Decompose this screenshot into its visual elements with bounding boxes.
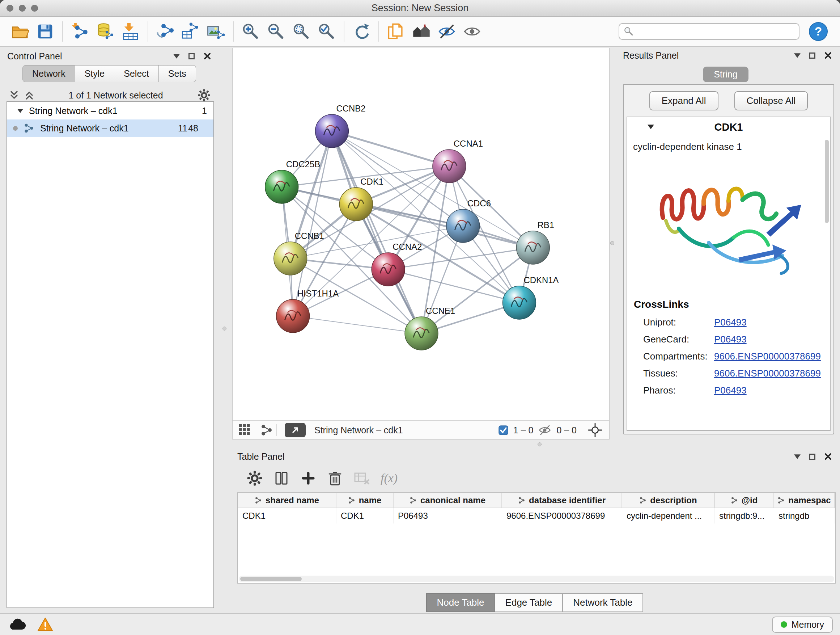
open-session-button[interactable] — [7, 19, 33, 44]
memory-button[interactable]: Memory — [772, 616, 833, 633]
results-panel-title: Results Panel — [618, 50, 679, 61]
crosslink-link[interactable]: 9606.ENSP00000378699 — [714, 368, 821, 379]
crosslink-link[interactable]: P06493 — [714, 334, 747, 345]
window-title: Session: New Session — [0, 3, 840, 14]
show-columns-icon[interactable] — [273, 470, 289, 486]
right-splitter-handle[interactable] — [610, 241, 614, 245]
collapse-all-tree-icon[interactable] — [9, 90, 19, 100]
float-panel-icon[interactable] — [809, 454, 815, 460]
table-horizontal-scrollbar — [239, 576, 834, 582]
new-network-table-button[interactable] — [178, 19, 203, 44]
cloud-icon[interactable] — [7, 617, 26, 632]
birdseye-view-button[interactable] — [285, 423, 306, 437]
network-node-CDC25B[interactable]: CDC25B — [265, 159, 320, 203]
network-row[interactable]: String Network – cdk1 11 48 — [7, 119, 213, 137]
network-node-CCNB1[interactable]: CCNB1 — [274, 231, 324, 275]
tab-network-table[interactable]: Network Table — [563, 593, 643, 612]
column-header-database-identifier[interactable]: database identifier — [502, 493, 622, 508]
tree-expand-icon[interactable] — [17, 109, 23, 113]
zoom-fit-button[interactable] — [289, 19, 314, 44]
close-panel-icon[interactable] — [824, 51, 832, 59]
copy-document-button[interactable] — [384, 19, 409, 44]
tab-style[interactable]: Style — [75, 65, 115, 82]
tab-node-table[interactable]: Node Table — [426, 593, 495, 612]
bottom-splitter-handle[interactable] — [538, 442, 542, 447]
close-panel-icon[interactable] — [824, 453, 832, 461]
tab-select[interactable]: Select — [114, 65, 158, 82]
crosslink-row: Pharos: P06493 — [627, 382, 830, 399]
warning-icon[interactable] — [37, 617, 54, 632]
crosslink-link[interactable]: P06493 — [714, 317, 747, 328]
network-view-icon[interactable] — [260, 424, 273, 437]
network-selection-summary: 1 of 1 Network selected — [34, 90, 197, 101]
collapse-all-button[interactable]: Collapse All — [734, 91, 808, 111]
selected-checkbox-icon[interactable] — [499, 425, 508, 435]
network-node-RB1[interactable]: RB1 — [516, 220, 554, 264]
network-node-CCNB2[interactable]: CCNB2 — [316, 103, 366, 148]
network-collection-row[interactable]: String Network – cdk1 1 — [7, 102, 213, 119]
node-label-CDKN1A: CDKN1A — [523, 275, 559, 285]
network-node-CCNA1[interactable]: CCNA1 — [433, 139, 483, 183]
column-header-canonical-name[interactable]: canonical name — [393, 493, 502, 508]
column-type-icon — [409, 497, 417, 504]
import-table-button[interactable] — [118, 19, 143, 44]
table-options-gear-icon[interactable] — [247, 470, 263, 486]
collapse-panel-icon[interactable] — [173, 54, 180, 59]
close-panel-icon[interactable] — [203, 52, 211, 60]
search-input[interactable] — [638, 27, 794, 36]
export-network-image-button[interactable] — [203, 19, 229, 44]
column-header-description[interactable]: description — [622, 493, 715, 508]
column-header-namespace[interactable]: namespac — [774, 493, 835, 508]
tab-sets[interactable]: Sets — [159, 65, 196, 82]
function-builder-label[interactable]: f(x) — [381, 471, 398, 485]
column-header-name[interactable]: name — [336, 493, 393, 508]
help-button[interactable]: ? — [809, 22, 828, 41]
scrollbar-thumb[interactable] — [240, 577, 302, 581]
collapse-panel-icon[interactable] — [794, 53, 801, 58]
collapse-panel-icon[interactable] — [794, 454, 801, 459]
float-panel-icon[interactable] — [188, 53, 195, 59]
column-header-shared-name[interactable]: shared name — [238, 493, 336, 508]
zoom-in-button[interactable] — [238, 19, 264, 44]
import-network-database-button[interactable] — [93, 19, 118, 44]
table-panel-title: Table Panel — [236, 451, 285, 462]
pan-crosshair-icon[interactable] — [587, 423, 603, 438]
crosslink-link[interactable]: 9606.ENSP00000378699 — [714, 351, 821, 362]
home-button[interactable] — [409, 19, 434, 44]
expand-all-button[interactable]: Expand All — [649, 91, 718, 111]
network-canvas-container: CCNB2CCNA1CDC25BCDK1CDC6RB1CCNB1CCNA2CDK… — [233, 48, 609, 420]
import-network-file-button[interactable] — [67, 19, 93, 44]
delete-column-trash-icon[interactable] — [327, 470, 343, 486]
network-node-CDKN1A[interactable]: CDKN1A — [503, 275, 559, 319]
network-node-CDK1[interactable]: CDK1 — [339, 177, 384, 221]
section-collapse-icon[interactable] — [647, 125, 654, 129]
column-header-id[interactable]: @id — [715, 493, 774, 508]
hidden-eye-slash-icon[interactable] — [538, 424, 551, 437]
network-options-gear-icon[interactable] — [197, 89, 210, 102]
show-all-button[interactable] — [459, 19, 485, 44]
grid-view-icon[interactable] — [238, 423, 252, 437]
status-divider — [276, 424, 277, 436]
float-panel-icon[interactable] — [809, 52, 815, 59]
hide-selected-button[interactable] — [434, 19, 459, 44]
results-tab-string[interactable]: String — [703, 67, 748, 82]
zoom-selected-button[interactable] — [314, 19, 339, 44]
add-column-icon[interactable] — [300, 470, 316, 486]
control-panel-title: Control Panel — [7, 51, 62, 62]
tab-network[interactable]: Network — [22, 65, 75, 82]
table-row[interactable]: CDK1 CDK1 P06493 9606.ENSP00000378699 cy… — [238, 508, 835, 524]
cell-description: cyclin-dependent ... — [622, 508, 715, 524]
zoom-selected-icon — [317, 22, 336, 41]
network-from-selection-button[interactable] — [153, 19, 178, 44]
import-network-icon — [71, 22, 89, 41]
crosslink-link[interactable]: P06493 — [714, 385, 747, 396]
network-canvas[interactable]: CCNB2CCNA1CDC25BCDK1CDC6RB1CCNB1CCNA2CDK… — [233, 48, 609, 420]
save-session-button[interactable] — [33, 19, 58, 44]
zoom-out-button[interactable] — [264, 19, 289, 44]
network-node-HIST1H1A[interactable]: HIST1H1A — [276, 288, 339, 333]
refresh-layout-button[interactable] — [349, 19, 374, 44]
expand-all-tree-icon[interactable] — [25, 90, 34, 100]
left-splitter-handle[interactable] — [223, 326, 226, 331]
results-scrollbar[interactable] — [825, 140, 829, 223]
tab-edge-table[interactable]: Edge Table — [495, 593, 563, 612]
